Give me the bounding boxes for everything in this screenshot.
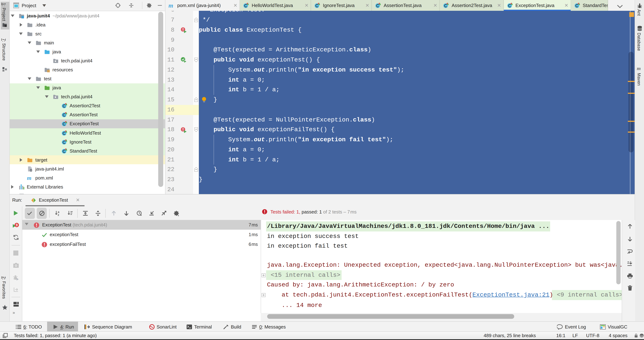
svg-text:m: m <box>27 175 32 181</box>
svg-text:z: z <box>58 213 59 216</box>
svg-text:a: a <box>58 210 59 214</box>
svg-text:m: m <box>169 2 173 8</box>
svg-text:9: 9 <box>16 223 18 227</box>
svg-text:m: m <box>637 66 641 71</box>
